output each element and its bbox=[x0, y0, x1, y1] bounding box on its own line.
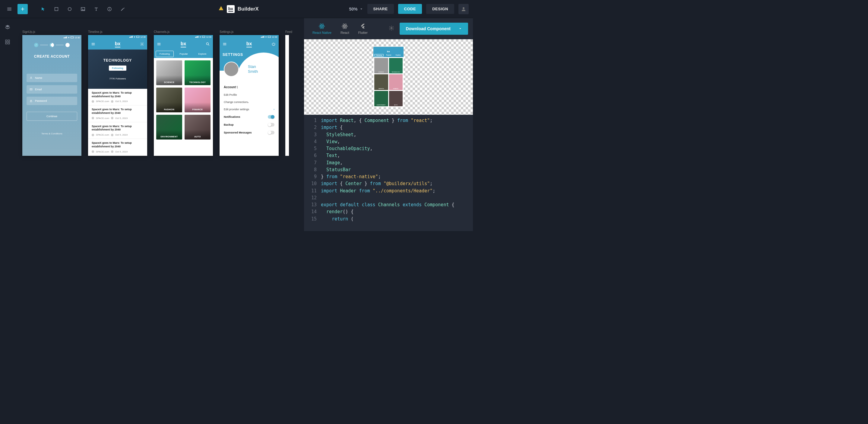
info-icon[interactable] bbox=[104, 4, 115, 14]
circle-tool[interactable] bbox=[65, 4, 75, 14]
power-icon[interactable] bbox=[272, 42, 276, 46]
tab-explore[interactable]: Explore bbox=[194, 51, 211, 57]
components-icon[interactable] bbox=[5, 39, 10, 46]
feed-item[interactable]: SpaceX goes to Mars: To setup establishm… bbox=[88, 89, 147, 105]
component-preview: bx FollowingPopularExplore SCIENCE TECHN… bbox=[304, 39, 473, 115]
chevron-down-icon bbox=[459, 27, 462, 30]
toolbar-left bbox=[4, 4, 128, 14]
hamburger-icon[interactable] bbox=[4, 4, 14, 14]
setting-row-edit-provider[interactable]: Edit provider settings› bbox=[220, 106, 279, 113]
appbar-title: bx bbox=[181, 41, 186, 48]
artboard-channels[interactable]: Channels.js ▼12:30 bx Following Popular … bbox=[154, 30, 213, 156]
tab-following[interactable]: Following bbox=[156, 51, 174, 57]
user-avatar-icon[interactable] bbox=[459, 4, 469, 14]
terms-link[interactable]: Terms & Conditions bbox=[22, 132, 82, 135]
design-button[interactable]: DESIGN bbox=[426, 4, 454, 14]
rectangle-tool[interactable] bbox=[51, 4, 62, 14]
toggle-notifications[interactable] bbox=[268, 115, 275, 119]
left-rail bbox=[0, 18, 15, 231]
channel-tabs: Following Popular Explore bbox=[154, 50, 213, 58]
feed-item[interactable]: SpaceX goes to Mars: To setup establishm… bbox=[88, 105, 147, 122]
channel-card[interactable]: FASHION bbox=[156, 88, 182, 112]
toggle-backup[interactable] bbox=[268, 123, 275, 126]
continue-button[interactable]: Continue bbox=[27, 112, 77, 121]
image-tool[interactable] bbox=[78, 4, 88, 14]
pen-tool[interactable] bbox=[118, 4, 128, 14]
svg-rect-8 bbox=[5, 40, 7, 41]
settings-gear-icon[interactable] bbox=[140, 42, 144, 46]
wifi-icon: ▼ bbox=[68, 36, 70, 39]
channel-card[interactable]: ENVIRONMENT bbox=[156, 115, 182, 140]
share-button[interactable]: SHARE bbox=[367, 4, 394, 14]
profile-avatar[interactable] bbox=[224, 62, 239, 77]
statusbar: ▼12:30 bbox=[88, 35, 147, 39]
add-button[interactable] bbox=[18, 4, 28, 14]
select-tool[interactable] bbox=[38, 4, 48, 14]
react-icon bbox=[341, 23, 348, 30]
flutter-icon bbox=[360, 23, 366, 30]
artboard-label: Feed bbox=[285, 30, 292, 33]
artboard-label: SignUp.js bbox=[22, 30, 82, 33]
download-component-button[interactable]: Download Component bbox=[400, 23, 468, 35]
svg-rect-6 bbox=[109, 9, 110, 10]
svg-point-17 bbox=[321, 26, 323, 27]
channel-card[interactable]: TECHNOLOGY bbox=[185, 60, 211, 85]
statusbar: ▼12:30 bbox=[220, 35, 279, 39]
channel-card[interactable]: FINANCE bbox=[185, 88, 211, 112]
menu-icon[interactable] bbox=[157, 42, 161, 46]
svg-rect-10 bbox=[5, 43, 7, 44]
svg-point-3 bbox=[82, 8, 82, 9]
toolbar-right: 50% SHARE CODE DESIGN bbox=[349, 4, 469, 14]
toggle-sponsored[interactable] bbox=[268, 131, 275, 134]
email-field[interactable]: Email bbox=[27, 85, 77, 94]
svg-point-25 bbox=[391, 27, 392, 29]
progress-steps bbox=[22, 43, 82, 47]
svg-point-21 bbox=[344, 26, 346, 27]
feed-item[interactable]: SpaceX goes to Mars: To setup establishm… bbox=[88, 122, 147, 139]
setting-row-sponsored: Sponsored Messages bbox=[220, 129, 279, 137]
tab-flutter[interactable]: Flutter bbox=[355, 21, 371, 36]
artboard-feed[interactable]: Feed bbox=[285, 30, 292, 156]
menu-icon[interactable] bbox=[91, 42, 95, 46]
code-button[interactable]: CODE bbox=[398, 4, 422, 14]
tab-react-native[interactable]: React Native bbox=[309, 21, 335, 36]
statusbar: ▼12:30 bbox=[154, 35, 213, 39]
app-title: BuilderX bbox=[238, 6, 259, 12]
feed-item[interactable]: SpaceX goes to Mars: To setup establishm… bbox=[88, 139, 147, 156]
battery-icon bbox=[70, 36, 73, 38]
settings-gear-icon[interactable] bbox=[389, 25, 394, 32]
code-content[interactable]: import React, { Component } from "react"… bbox=[321, 115, 473, 231]
artboard-timeline[interactable]: Timeline.js ▼12:30 bx TECHNOLOGY Followi… bbox=[88, 30, 147, 156]
svg-point-1 bbox=[68, 7, 71, 10]
name-field[interactable]: Name bbox=[27, 74, 77, 82]
appbar-title: bx bbox=[246, 41, 252, 48]
channel-card[interactable]: AUTO bbox=[185, 115, 211, 140]
canvas[interactable]: SignUp.js ▼12:30 CREATE ACCOUNT Name Ema… bbox=[15, 18, 304, 231]
channel-card[interactable]: SCIENCE bbox=[156, 60, 182, 85]
chevron-down-icon bbox=[360, 7, 363, 11]
artboard-signup[interactable]: SignUp.js ▼12:30 CREATE ACCOUNT Name Ema… bbox=[22, 30, 82, 156]
artboard-settings[interactable]: Settings.js ▼12:30 bx SETTINGS Stan Sm bbox=[220, 30, 279, 156]
password-field[interactable]: Password bbox=[27, 96, 77, 105]
artboard-label: Settings.js bbox=[220, 30, 279, 33]
react-icon bbox=[318, 23, 325, 30]
search-icon[interactable] bbox=[206, 42, 210, 46]
statusbar: ▼12:30 bbox=[22, 36, 82, 39]
svg-rect-0 bbox=[55, 7, 58, 10]
signup-title: CREATE ACCOUNT bbox=[22, 54, 82, 59]
tab-popular[interactable]: Popular bbox=[175, 51, 192, 57]
app-title-area: bx BuilderX bbox=[128, 5, 349, 13]
menu-icon[interactable] bbox=[223, 42, 227, 46]
hero-banner: TECHNOLOGY Following 777K Followers bbox=[88, 50, 147, 89]
code-editor[interactable]: 123456789101112131415 import React, { Co… bbox=[304, 115, 473, 231]
channel-grid: SCIENCE TECHNOLOGY FASHION FINANCE ENVIR… bbox=[154, 58, 213, 142]
lock-icon bbox=[30, 100, 33, 103]
warning-icon bbox=[218, 5, 224, 12]
svg-rect-11 bbox=[8, 43, 10, 44]
text-tool[interactable] bbox=[91, 4, 101, 14]
statusbar-time: 12:30 bbox=[74, 36, 80, 39]
following-button[interactable]: Following bbox=[109, 65, 126, 71]
layers-icon[interactable] bbox=[4, 24, 10, 31]
tab-react[interactable]: React bbox=[337, 21, 353, 36]
zoom-level[interactable]: 50% bbox=[349, 7, 363, 11]
